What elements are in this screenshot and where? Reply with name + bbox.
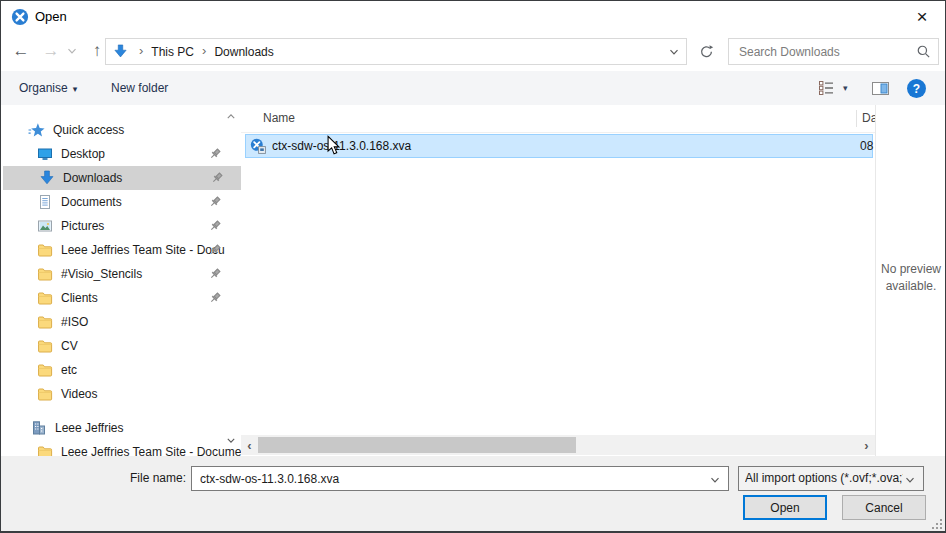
sidebar-item-quick-access[interactable]: Quick access	[1, 118, 241, 142]
sidebar-item-videos[interactable]: Videos	[1, 382, 241, 406]
file-date-cell: 08	[860, 139, 873, 153]
folder-icon	[37, 362, 53, 378]
sidebar-item-visio-stencils[interactable]: #Visio_Stencils	[1, 262, 241, 286]
address-dropdown-icon[interactable]	[668, 46, 680, 58]
folder-icon	[37, 444, 53, 456]
folder-icon	[37, 242, 53, 258]
search-box	[728, 38, 939, 65]
sidebar-item-label: Desktop	[61, 147, 105, 161]
sidebar-item-label: Clients	[61, 291, 98, 305]
title-bar[interactable]: Open ×	[1, 1, 945, 32]
open-button[interactable]: Open	[743, 495, 827, 520]
sidebar-item-team-site-docs-2[interactable]: Leee Jeffries Team Site - Docume	[1, 440, 241, 456]
chevron-down-icon	[904, 474, 916, 486]
pin-icon[interactable]	[209, 268, 221, 280]
details-view-icon	[817, 80, 836, 96]
pin-icon[interactable]	[209, 148, 221, 160]
close-icon: ×	[916, 6, 927, 28]
address-bar[interactable]: › This PC › Downloads	[105, 38, 687, 65]
scroll-right-button[interactable]: ›	[858, 435, 875, 455]
pin-icon[interactable]	[211, 172, 223, 184]
file-row-selected[interactable]: ctx-sdw-os-11.3.0.168.xva 08	[245, 134, 873, 158]
refresh-button[interactable]	[689, 38, 723, 65]
folder-icon	[37, 290, 53, 306]
change-view-button[interactable]: ▾	[817, 80, 848, 96]
file-name-cell: ctx-sdw-os-11.3.0.168.xva	[272, 139, 411, 153]
chevron-down-icon[interactable]	[709, 474, 721, 486]
sidebar-scroll-down-icon[interactable]	[224, 435, 238, 446]
organise-button[interactable]: Organise ▾	[19, 71, 77, 105]
search-input[interactable]	[737, 44, 911, 60]
sidebar-item-downloads[interactable]: Downloads	[3, 166, 241, 190]
up-icon: ↑	[93, 41, 102, 61]
file-name-input[interactable]	[198, 471, 697, 487]
sidebar-item-leee-jeffries[interactable]: Leee Jeffries	[1, 416, 241, 440]
cancel-button-label: Cancel	[865, 501, 902, 515]
file-type-dropdown[interactable]: All import options (*.ovf;*.ova;*	[738, 466, 924, 491]
sidebar-item-documents[interactable]: Documents	[1, 190, 241, 214]
sidebar-item-label: Documents	[61, 195, 122, 209]
sidebar-item-label: Leee Jeffries Team Site - Docume	[61, 445, 241, 456]
cancel-button[interactable]: Cancel	[842, 495, 926, 520]
breadcrumb-this-pc[interactable]: This PC	[150, 45, 195, 59]
quick-access-star-icon	[28, 122, 45, 139]
dialog-title: Open	[35, 9, 67, 24]
resize-grip[interactable]	[932, 519, 942, 529]
sidebar-item-cv[interactable]: CV	[1, 334, 241, 358]
pin-icon[interactable]	[209, 244, 221, 256]
pin-icon[interactable]	[209, 292, 221, 304]
column-header-date[interactable]: Da	[862, 111, 875, 125]
scroll-left-button[interactable]: ‹	[241, 435, 258, 455]
back-button[interactable]: ←	[7, 37, 35, 65]
sidebar-item-iso[interactable]: #ISO	[1, 310, 241, 334]
scroll-left-icon: ‹	[247, 438, 251, 453]
sidebar-item-label: Videos	[61, 387, 97, 401]
help-button[interactable]: ?	[907, 79, 926, 98]
scrollbar-thumb[interactable]	[258, 437, 576, 453]
sidebar-item-label: CV	[61, 339, 78, 353]
preview-pane-icon	[871, 81, 890, 96]
sidebar-scroll-up-icon[interactable]	[224, 111, 238, 122]
breadcrumb-downloads[interactable]: Downloads	[213, 45, 274, 59]
sidebar-item-etc[interactable]: etc	[1, 358, 241, 382]
folder-icon	[37, 338, 53, 354]
building-icon	[31, 420, 47, 436]
back-icon: ←	[13, 41, 30, 61]
folder-icon	[37, 314, 53, 330]
preview-pane: No preview available.	[876, 105, 946, 456]
file-name-combobox[interactable]	[191, 466, 729, 491]
no-preview-message: No preview available.	[876, 261, 946, 295]
file-list: Name Da ctx-sdw-os-11.3.0.168.xva 08 ‹ ›	[241, 105, 875, 456]
list-header: Name Da	[241, 105, 875, 133]
new-folder-label: New folder	[111, 81, 168, 95]
file-name-label: File name:	[101, 471, 186, 485]
sidebar-item-label: Pictures	[61, 219, 104, 233]
recent-locations-button[interactable]	[63, 37, 81, 65]
folder-icon	[37, 386, 53, 402]
open-dialog-window: Open × ← → ↑ › This PC › Downloads Organ…	[0, 0, 946, 533]
dialog-footer: File name: All import options (*.ovf;*.o…	[1, 456, 945, 531]
xva-file-icon	[250, 138, 266, 154]
pin-icon[interactable]	[209, 196, 221, 208]
sidebar-item-desktop[interactable]: Desktop	[1, 142, 241, 166]
sidebar-item-label: #Visio_Stencils	[61, 267, 142, 281]
new-folder-button[interactable]: New folder	[111, 71, 168, 105]
column-header-name[interactable]: Name	[263, 111, 295, 125]
close-button[interactable]: ×	[899, 1, 945, 32]
file-type-value: All import options (*.ovf;*.ova;*	[745, 471, 903, 485]
sidebar-item-pictures[interactable]: Pictures	[1, 214, 241, 238]
preview-pane-button[interactable]	[871, 81, 890, 96]
scroll-right-icon: ›	[864, 438, 868, 453]
downloads-icon	[39, 170, 55, 186]
document-icon	[37, 194, 53, 210]
chevron-down-icon	[66, 45, 78, 57]
sidebar-item-clients[interactable]: Clients	[1, 286, 241, 310]
search-icon[interactable]	[916, 44, 931, 59]
pin-icon[interactable]	[209, 220, 221, 232]
command-toolbar: Organise ▾ New folder ▾ ?	[1, 71, 945, 106]
column-divider[interactable]	[856, 110, 857, 127]
sidebar-item-team-site-docs[interactable]: Leee Jeffries Team Site - Docu	[1, 238, 241, 262]
forward-button[interactable]: →	[37, 37, 65, 65]
picture-icon	[37, 218, 53, 234]
horizontal-scrollbar[interactable]: ‹ ›	[241, 435, 875, 455]
